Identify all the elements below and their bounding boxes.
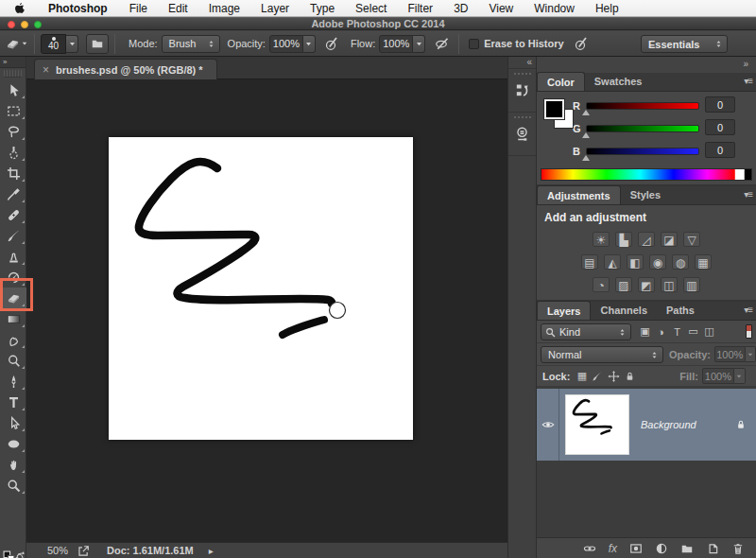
link-layers-button[interactable]: [583, 542, 596, 555]
tool-zoom[interactable]: [0, 475, 26, 496]
brush-size-preview[interactable]: 40: [41, 34, 66, 54]
menu-item-edit[interactable]: Edit: [158, 0, 198, 17]
add-layer-mask-button[interactable]: [629, 542, 643, 555]
red-slider[interactable]: [586, 102, 699, 110]
tab-styles[interactable]: Styles: [621, 185, 670, 204]
filtering-toggle[interactable]: [746, 324, 752, 339]
blend-mode-dropdown[interactable]: Normal: [541, 346, 663, 363]
menu-item-file[interactable]: File: [119, 0, 158, 17]
new-layer-button[interactable]: [706, 542, 719, 555]
green-value-field[interactable]: 0: [705, 119, 735, 135]
document-size-info[interactable]: Doc: 1.61M/1.61M: [107, 545, 194, 556]
menu-item-image[interactable]: Image: [198, 0, 250, 17]
adjustment-gradient-map-button[interactable]: ◫: [661, 277, 678, 292]
fill-dropdown[interactable]: [734, 368, 746, 384]
layer-opacity-field[interactable]: 100%: [714, 346, 746, 362]
layer-opacity-dropdown[interactable]: [746, 346, 756, 362]
color-panel-menu-button[interactable]: ▾≡: [744, 76, 752, 86]
airbrush-button[interactable]: [430, 34, 453, 54]
menu-item-help[interactable]: Help: [585, 0, 629, 17]
history-panel-button[interactable]: [508, 69, 536, 113]
filter-kind-dropdown[interactable]: Kind: [541, 323, 631, 340]
fill-field[interactable]: 100%: [702, 368, 734, 384]
tool-pen[interactable]: [0, 371, 26, 392]
tab-paths[interactable]: Paths: [657, 301, 704, 320]
adjustment-posterize-button[interactable]: ▨: [615, 277, 632, 292]
pressure-size-button[interactable]: [570, 34, 593, 54]
lock-all-button[interactable]: [622, 371, 638, 382]
tool-crop[interactable]: [0, 163, 26, 183]
tool-hand[interactable]: [0, 454, 26, 475]
adjustment-hue-saturation-button[interactable]: ▤: [581, 254, 598, 270]
tab-layers[interactable]: Layers: [537, 301, 591, 320]
adjustment-exposure-button[interactable]: ◪: [661, 232, 678, 247]
new-adjustment-layer-button[interactable]: [655, 542, 668, 555]
lock-transparent-pixels-button[interactable]: ▦: [574, 370, 590, 382]
menu-item-layer[interactable]: Layer: [250, 0, 300, 17]
tool-brush[interactable]: [0, 225, 26, 246]
layer-style-button[interactable]: fx: [609, 542, 617, 555]
foreground-color-swatch-panel[interactable]: [544, 99, 564, 119]
red-value-field[interactable]: 0: [705, 96, 735, 113]
adjustment-brightness-contrast-button[interactable]: ☀: [593, 232, 610, 247]
adjustment-channel-mixer-button[interactable]: ◍: [672, 254, 689, 270]
blue-value-field[interactable]: 0: [705, 142, 735, 158]
adjustment-photo-filter-button[interactable]: ◉: [649, 254, 666, 270]
opacity-dropdown-button[interactable]: [303, 35, 316, 53]
tool-gradient[interactable]: [0, 308, 26, 329]
erase-to-history-checkbox[interactable]: [469, 39, 479, 49]
close-tab-icon[interactable]: ×: [43, 63, 49, 77]
menu-item-3d[interactable]: 3D: [443, 0, 478, 17]
menu-item-select[interactable]: Select: [345, 0, 397, 17]
filter-smart-objects-button[interactable]: ◫: [701, 325, 717, 338]
adjustment-vibrance-button[interactable]: ▽: [683, 232, 700, 247]
menu-item-window[interactable]: Window: [524, 0, 585, 17]
adjustment-selective-color-button[interactable]: ▥: [683, 277, 700, 292]
layer-thumbnail[interactable]: [565, 394, 629, 455]
tool-rectangular-marquee[interactable]: [0, 100, 26, 121]
tool-clone-stamp[interactable]: [0, 246, 26, 267]
expand-dock-button[interactable]: «: [508, 57, 536, 69]
adjustment-invert-button[interactable]: ◔: [593, 277, 610, 292]
filter-pixel-layers-button[interactable]: ▣: [637, 325, 653, 338]
layer-name[interactable]: Background: [641, 419, 696, 430]
canvas[interactable]: [109, 137, 413, 440]
tool-move[interactable]: [0, 79, 26, 100]
collapse-panels-button[interactable]: »: [537, 57, 756, 73]
document-tab[interactable]: × brushes.psd @ 50% (RGB/8) *: [34, 59, 217, 79]
menu-item-filter[interactable]: Filter: [397, 0, 443, 17]
opacity-field[interactable]: 100%: [269, 35, 303, 53]
adjustments-panel-menu-button[interactable]: ▾≡: [744, 189, 752, 200]
layer-row-background[interactable]: Background: [537, 389, 756, 461]
delete-layer-button[interactable]: [731, 542, 745, 555]
tab-channels[interactable]: Channels: [591, 301, 657, 320]
mode-dropdown[interactable]: Brush: [162, 35, 220, 53]
layers-panel-menu-button[interactable]: ▾≡: [744, 305, 752, 315]
lock-image-pixels-button[interactable]: [590, 370, 606, 382]
blue-slider[interactable]: [586, 148, 699, 155]
adjustment-color-lookup-button[interactable]: ▦: [695, 254, 712, 270]
red-slider-thumb[interactable]: [582, 110, 590, 115]
filter-adjustment-layers-button[interactable]: ◑: [653, 326, 669, 338]
tool-dodge[interactable]: [0, 350, 26, 371]
adjustment-threshold-button[interactable]: ◩: [638, 277, 655, 292]
status-options-arrow[interactable]: ▸: [209, 546, 214, 556]
adjustment-curves-button[interactable]: ◿: [638, 232, 655, 247]
brush-size-dropdown-button[interactable]: [66, 35, 78, 53]
flow-field[interactable]: 100%: [379, 35, 413, 53]
tool-type[interactable]: [0, 392, 26, 412]
toolbar-grip[interactable]: [4, 70, 22, 78]
zoom-level-field[interactable]: 50%: [47, 545, 68, 556]
tool-preset-eraser-button[interactable]: [6, 34, 28, 54]
tab-color[interactable]: Color: [537, 72, 585, 91]
new-group-button[interactable]: [680, 542, 694, 555]
adjustment-black-white-button[interactable]: ◧: [627, 254, 644, 270]
layer-visibility-cell[interactable]: [537, 389, 559, 461]
lock-position-button[interactable]: [606, 371, 622, 382]
workspace-dropdown[interactable]: Essentials: [641, 35, 728, 53]
toggle-brush-panel-button[interactable]: [86, 34, 109, 54]
adjustment-levels-button[interactable]: ▙: [615, 232, 632, 247]
green-slider-thumb[interactable]: [582, 132, 590, 138]
apple-menu[interactable]: [0, 2, 39, 14]
tool-ellipse-shape[interactable]: [0, 433, 26, 454]
